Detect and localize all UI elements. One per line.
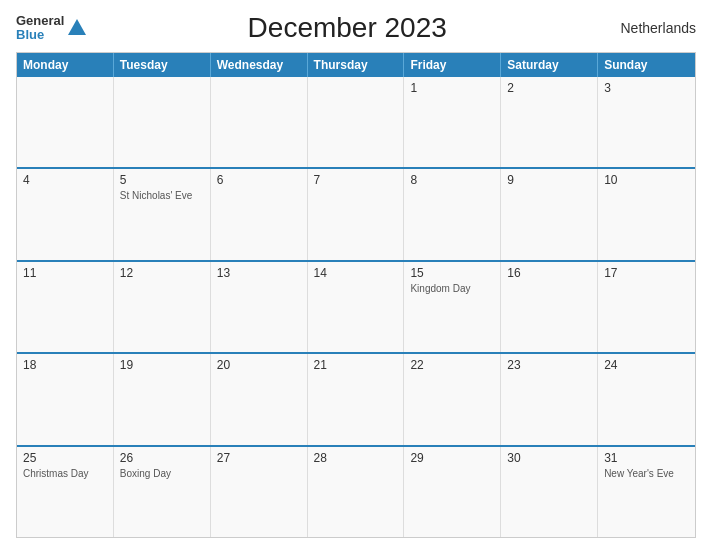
cal-cell: 10 [598,169,695,259]
day-number: 17 [604,266,689,280]
day-number: 1 [410,81,494,95]
day-number: 29 [410,451,494,465]
week-row-3: 1112131415Kingdom Day1617 [17,260,695,352]
week-row-4: 18192021222324 [17,352,695,444]
day-number: 31 [604,451,689,465]
day-number: 27 [217,451,301,465]
cal-cell: 15Kingdom Day [404,262,501,352]
logo-general: General [16,13,64,28]
day-number: 16 [507,266,591,280]
day-header-wednesday: Wednesday [211,53,308,77]
day-event: St Nicholas' Eve [120,190,204,201]
day-number: 15 [410,266,494,280]
day-number: 14 [314,266,398,280]
day-event: New Year's Eve [604,468,689,479]
day-event: Kingdom Day [410,283,494,294]
logo-icon [66,17,88,39]
cal-cell: 14 [308,262,405,352]
logo: General Blue [16,14,88,43]
logo-text: General Blue [16,14,64,43]
svg-marker-0 [68,19,86,35]
week-row-1: 123 [17,77,695,167]
week-row-2: 45St Nicholas' Eve678910 [17,167,695,259]
calendar: MondayTuesdayWednesdayThursdayFridaySatu… [16,52,696,538]
day-number: 18 [23,358,107,372]
day-number: 12 [120,266,204,280]
day-header-friday: Friday [404,53,501,77]
day-header-thursday: Thursday [308,53,405,77]
day-event: Christmas Day [23,468,107,479]
calendar-title: December 2023 [88,12,606,44]
day-number: 10 [604,173,689,187]
cal-cell: 16 [501,262,598,352]
day-number: 26 [120,451,204,465]
day-number: 7 [314,173,398,187]
cal-cell: 31New Year's Eve [598,447,695,537]
cal-cell: 1 [404,77,501,167]
day-header-sunday: Sunday [598,53,695,77]
day-event: Boxing Day [120,468,204,479]
cal-cell: 11 [17,262,114,352]
day-number: 13 [217,266,301,280]
day-header-monday: Monday [17,53,114,77]
day-number: 5 [120,173,204,187]
cal-cell: 21 [308,354,405,444]
cal-cell: 26Boxing Day [114,447,211,537]
cal-cell: 24 [598,354,695,444]
cal-cell: 18 [17,354,114,444]
day-header-saturday: Saturday [501,53,598,77]
cal-cell: 3 [598,77,695,167]
day-number: 30 [507,451,591,465]
day-number: 23 [507,358,591,372]
cal-cell: 27 [211,447,308,537]
cal-cell: 28 [308,447,405,537]
cal-cell: 9 [501,169,598,259]
day-number: 20 [217,358,301,372]
cal-cell: 13 [211,262,308,352]
logo-blue: Blue [16,27,44,42]
cal-cell: 7 [308,169,405,259]
cal-cell [114,77,211,167]
cal-cell [17,77,114,167]
week-row-5: 25Christmas Day26Boxing Day2728293031New… [17,445,695,537]
cal-cell: 22 [404,354,501,444]
day-number: 25 [23,451,107,465]
cal-cell: 19 [114,354,211,444]
cal-cell: 23 [501,354,598,444]
cal-cell: 6 [211,169,308,259]
cal-cell: 2 [501,77,598,167]
cal-cell: 30 [501,447,598,537]
cal-cell [211,77,308,167]
calendar-body: 12345St Nicholas' Eve6789101112131415Kin… [17,77,695,537]
day-number: 3 [604,81,689,95]
header: General Blue December 2023 Netherlands [16,12,696,44]
cal-cell: 17 [598,262,695,352]
day-number: 11 [23,266,107,280]
cal-cell: 8 [404,169,501,259]
day-number: 6 [217,173,301,187]
cal-cell [308,77,405,167]
day-number: 4 [23,173,107,187]
day-number: 28 [314,451,398,465]
cal-cell: 4 [17,169,114,259]
day-number: 24 [604,358,689,372]
cal-cell: 12 [114,262,211,352]
cal-cell: 29 [404,447,501,537]
page: General Blue December 2023 Netherlands M… [0,0,712,550]
calendar-header-row: MondayTuesdayWednesdayThursdayFridaySatu… [17,53,695,77]
day-number: 21 [314,358,398,372]
day-header-tuesday: Tuesday [114,53,211,77]
day-number: 9 [507,173,591,187]
country-label: Netherlands [606,20,696,36]
day-number: 19 [120,358,204,372]
cal-cell: 25Christmas Day [17,447,114,537]
day-number: 8 [410,173,494,187]
cal-cell: 20 [211,354,308,444]
cal-cell: 5St Nicholas' Eve [114,169,211,259]
day-number: 2 [507,81,591,95]
day-number: 22 [410,358,494,372]
